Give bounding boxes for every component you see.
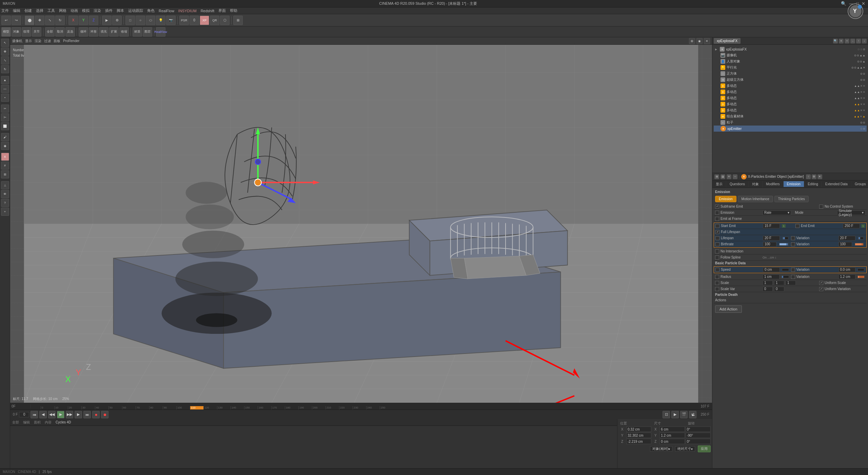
mode-model[interactable]: 模型 <box>1 27 11 37</box>
val-speed-var[interactable]: 0.0 cm <box>839 267 855 272</box>
undo-btn[interactable]: ↩ <box>1 16 11 25</box>
check-scale-var[interactable] <box>715 287 719 291</box>
menu-mesh[interactable]: 网格 <box>59 8 66 13</box>
cube-primitive[interactable]: □ <box>125 16 135 25</box>
cylinder-primitive[interactable]: ⬭ <box>146 16 155 25</box>
left-extrude-btn[interactable]: ⬜ <box>1 122 9 130</box>
tab-modifiers[interactable]: Modifiers <box>763 181 784 187</box>
val-lifespan-var[interactable]: 20 F <box>839 236 855 241</box>
coord-y[interactable]: Y <box>79 16 88 25</box>
left-rotate-btn[interactable]: ↻ <box>1 65 9 73</box>
left-grid-btn[interactable]: # <box>1 162 9 170</box>
check-radius[interactable] <box>715 275 719 279</box>
mode-joint[interactable]: 关节 <box>32 27 41 37</box>
z-size-val[interactable]: 0 cm <box>659 439 685 444</box>
check-end-emit[interactable] <box>795 224 800 228</box>
left-floor-btn[interactable]: ⊥ <box>1 181 9 189</box>
tree-item-dynamic3[interactable]: D 多动态 ▲ ▲ ✕ ✕ <box>714 95 867 101</box>
left-poly-btn[interactable]: ▲ <box>1 76 9 84</box>
left-sculpt-btn[interactable]: ◉ <box>1 142 9 150</box>
menu-script[interactable]: 脚本 <box>117 8 124 13</box>
vp-tab-filter[interactable]: 过滤 <box>44 39 51 43</box>
tab-cycles4d[interactable]: Cycles 4D <box>56 420 71 424</box>
scale-tool[interactable]: ⤡ <box>45 16 55 25</box>
vp-icon3[interactable]: ✕ <box>704 38 710 44</box>
left-select-btn[interactable]: ↖ <box>1 39 9 47</box>
val-scale-var2[interactable]: 0 <box>774 287 784 291</box>
menu-insydium[interactable]: INSYDIUM <box>178 9 197 13</box>
timeline-ruler[interactable]: 0F 0 10 20 30 40 50 60 70 80 90 100 110 … <box>10 403 712 410</box>
scene-del-icon[interactable]: - <box>850 39 855 43</box>
scene-search-icon[interactable]: 🔍 <box>833 39 838 43</box>
search-icon[interactable]: 🔍 <box>841 1 846 6</box>
tab-area[interactable]: 面积 <box>34 420 41 425</box>
vp-tab-camera[interactable]: 摄像机 <box>12 39 22 43</box>
stop-btn[interactable]: ■ <box>92 411 100 418</box>
x-rot-val[interactable]: 0° <box>686 426 711 432</box>
redo-btn[interactable]: ↪ <box>12 16 21 25</box>
rotate-tool[interactable]: ↻ <box>55 16 65 25</box>
coord-x[interactable]: X <box>68 16 78 25</box>
btn-thinking-particles[interactable]: Thinking Particles <box>774 196 809 202</box>
dropdown-mode[interactable]: Simulate (Legacy) ▾ <box>837 210 866 215</box>
check-uniform-scale[interactable]: ✓ <box>819 281 823 285</box>
check-birthrate[interactable] <box>715 242 719 246</box>
btn-motion-inheritance[interactable]: Motion Inheritance <box>738 196 773 202</box>
val-lifespan[interactable]: 20 F <box>763 236 780 241</box>
ring-btn[interactable]: 环形 <box>89 27 98 37</box>
fill-btn[interactable]: 填充 <box>99 27 108 37</box>
menu-select[interactable]: 选择 <box>36 8 43 13</box>
invert-btn[interactable]: 反选 <box>65 27 75 37</box>
check-birthrate-var[interactable] <box>791 242 795 246</box>
val-birthrate-var[interactable]: 100 <box>839 242 852 247</box>
left-add-btn[interactable]: + <box>1 208 9 216</box>
left-bridge-btn[interactable]: ⊢ <box>1 113 9 121</box>
check-no-intersection[interactable] <box>715 249 719 253</box>
tab-extended[interactable]: Extended Data <box>822 181 851 187</box>
left-align-btn[interactable]: ⊞ <box>1 170 9 178</box>
check-nocontrol[interactable] <box>819 205 823 209</box>
vp-tab-panel[interactable]: 面板 <box>54 39 60 43</box>
plugin-btn[interactable]: ⬡ <box>220 16 230 25</box>
sphere-primitive[interactable]: ○ <box>136 16 145 25</box>
tree-item-camera[interactable]: 📷 摄像机 ⊙ ⊙ ▲ ▲ <box>714 52 867 58</box>
menu-tools[interactable]: 工具 <box>47 8 55 13</box>
left-xp-btn[interactable]: X <box>1 153 9 161</box>
check-lifespan[interactable] <box>715 236 719 240</box>
render-anim-btn[interactable]: 🎬 <box>680 411 688 418</box>
scene-down-icon[interactable]: ↓ <box>862 39 867 43</box>
layer-btn[interactable]: 图层 <box>143 27 152 37</box>
slider-radius[interactable] <box>782 276 789 278</box>
menu-animation[interactable]: 动画 <box>71 8 78 13</box>
mode-icon-3[interactable]: ≡ <box>727 174 731 179</box>
tab-display[interactable]: 显示 <box>712 181 726 188</box>
vp-icon2[interactable]: ◉ <box>696 38 703 44</box>
scene-add-icon[interactable]: + <box>845 39 849 43</box>
psr-btn[interactable]: PSR <box>179 16 189 25</box>
menu-plugins[interactable]: 插件 <box>105 8 113 13</box>
tree-item-dynamic4[interactable]: D 多动态 ▲ ▲ ✕ ✕ <box>714 101 867 107</box>
val-scale3[interactable]: 1 <box>786 281 796 285</box>
scene-up-icon[interactable]: ↑ <box>856 39 861 43</box>
left-camera-btn[interactable]: 👁 <box>1 190 9 198</box>
tab-groups[interactable]: Groups <box>851 181 868 187</box>
left-knife-btn[interactable]: ✂ <box>1 104 9 113</box>
menu-realflow[interactable]: RealFlow <box>159 9 174 13</box>
material-btn[interactable]: 材质 <box>133 27 142 37</box>
render-settings[interactable]: ⚙ <box>112 16 122 25</box>
prev-frame-btn[interactable]: ◀ <box>39 411 47 418</box>
check-speed[interactable] <box>715 268 719 272</box>
scene-tab-xpexplosifx[interactable]: xpExplosiaFX <box>714 38 741 44</box>
deselect-btn[interactable]: 取消 <box>55 27 65 37</box>
play-btn[interactable]: ▶ <box>57 411 64 418</box>
tab-editing[interactable]: Editing <box>804 181 822 187</box>
menu-help[interactable]: 帮助 <box>230 8 237 13</box>
tab-content[interactable]: 内容 <box>45 420 52 425</box>
shrink-btn[interactable]: 收缩 <box>119 27 129 37</box>
grow-btn[interactable]: 扩展 <box>109 27 119 37</box>
x-size-val[interactable]: 6 cm <box>659 426 685 432</box>
snap-btn[interactable]: 0 <box>190 16 199 25</box>
check-scale[interactable] <box>715 281 719 285</box>
tree-item-humanoid[interactable]: 👤 人形对象 ⊙ ⊙ ▲ <box>714 58 867 64</box>
goto-start-btn[interactable]: ⏮ <box>31 411 38 418</box>
